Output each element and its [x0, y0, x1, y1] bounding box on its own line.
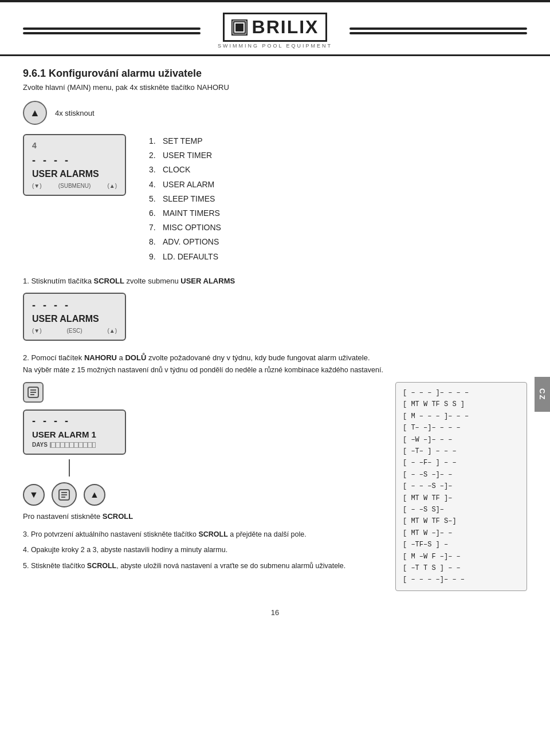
panel1-dashes: - - - - — [32, 155, 117, 167]
language-tab: CZ — [535, 377, 550, 412]
header-line-4 — [349, 32, 527, 34]
panel1-bottom-right: (▲) — [107, 183, 117, 189]
menu-item-9: 9.LD. DEFAULTS — [149, 250, 221, 264]
display-panel-2: - - - - USER ALARMS (▼) (ESC) (▲) — [23, 293, 126, 341]
day-row-13: [ –TF–S ] – — [403, 539, 520, 550]
steps-section: 3. Pro potvrzení aktuálního nastavení st… — [23, 529, 378, 572]
day-row-2: [ M – – – ]– – – — [403, 411, 520, 422]
menu-item-1: 1.SET TEMP — [149, 134, 221, 148]
section-title: 9.6.1 Konfigurování alarmu uživatele — [23, 68, 527, 80]
panel2-dashes: - - - - — [32, 300, 117, 312]
day-row-15: [ –T T S ] – – — [403, 562, 520, 574]
day-row-4: [ –W –]– – – — [403, 434, 520, 446]
day-row-9: [ MT W TF ]– — [403, 493, 520, 504]
header-lines-right — [349, 27, 527, 34]
panel2-menu-text: USER ALARMS — [32, 314, 117, 324]
day-row-7: [ – –S –]– – — [403, 469, 520, 481]
panel2-bottom-right: (▲) — [107, 328, 117, 334]
logo-box: BRILIX — [223, 13, 328, 42]
right-col: [ – – – ]– – – – [ MT W TF S S ] [ M – –… — [395, 382, 527, 591]
menu-item-4: 4.USER ALARM — [149, 178, 221, 192]
panel1-menu-text: USER ALARMS — [32, 169, 117, 179]
logo-subtitle: SWIMMING POOL EQUIPMENT — [218, 43, 332, 49]
day-row-5: [ –T– ] – – – — [403, 446, 520, 457]
logo: BRILIX SWIMMING POOL EQUIPMENT — [218, 13, 332, 49]
step5-text: 5. Stiskněte tlačítko SCROLL, abyste ulo… — [23, 560, 378, 572]
days-label: DAYS — [32, 442, 48, 448]
main-area: - - - - USER ALARM 1 DAYS ▼ — [23, 382, 527, 591]
day-row-10: [ – –S S]– — [403, 504, 520, 515]
scroll-center-button[interactable] — [52, 482, 77, 507]
panel2-bottom-left: (▼) — [32, 328, 42, 334]
days-dots — [50, 442, 96, 448]
alarm-sub: DAYS — [32, 442, 117, 448]
day-options-list: [ – – – ]– – – – [ MT W TF S S ] [ M – –… — [395, 382, 527, 591]
menu-item-8: 8.ADV. OPTIONS — [149, 235, 221, 249]
panel2-bottom-center: (ESC) — [66, 328, 82, 334]
panel1-bottom-center: (SUBMENU) — [58, 183, 91, 189]
day-row-1: [ MT W TF S S ] — [403, 399, 520, 410]
panel1-bottom-left: (▼) — [32, 183, 42, 189]
left-col: - - - - USER ALARM 1 DAYS ▼ — [23, 382, 378, 591]
menu-item-7: 7.MISC OPTIONS — [149, 220, 221, 235]
header-line-3 — [349, 27, 527, 30]
alarm-dashes: - - - - — [32, 415, 117, 427]
display-panel-1: 4 - - - - USER ALARMS (▼) (SUBMENU) (▲) — [23, 134, 126, 196]
page-header: BRILIX SWIMMING POOL EQUIPMENT — [0, 2, 550, 56]
menu-item-5: 5.SLEEP TIMES — [149, 192, 221, 206]
alarm-title: USER ALARM 1 — [32, 430, 117, 439]
day-row-11: [ MT W TF S–] — [403, 515, 520, 527]
step3-text: 3. Pro potvrzení aktuálního nastavení st… — [23, 529, 378, 541]
logo-icon — [231, 19, 247, 36]
display-panel-top: 4 — [32, 141, 117, 150]
up-arrow-button[interactable]: ▲ — [23, 101, 47, 125]
down-scroll-button[interactable]: ▼ — [23, 484, 45, 506]
day-row-14: [ M –W F –]– – — [403, 551, 520, 562]
panel-menu-row: 4 - - - - USER ALARMS (▼) (SUBMENU) (▲) … — [23, 134, 527, 264]
day-row-6: [ – –F– ] – – — [403, 457, 520, 468]
menu-item-6: 6.MAINT TIMERS — [149, 206, 221, 220]
menu-list: 1.SET TEMP 2.USER TIMER 3.CLOCK 4.USER A… — [149, 134, 221, 264]
step2-note: Na výběr máte z 15 možných nastavení dnů… — [23, 366, 383, 374]
page-number: 16 — [23, 608, 527, 617]
menu-item-3: 3.CLOCK — [149, 163, 221, 177]
scroll-buttons-row: ▼ ▲ — [23, 482, 378, 507]
header-line-2 — [23, 32, 201, 34]
svg-rect-1 — [235, 23, 243, 32]
alarm-panel: - - - - USER ALARM 1 DAYS — [23, 410, 126, 455]
day-row-3: [ T– –]– – – – — [403, 422, 520, 434]
panel1-number: 4 — [32, 141, 37, 150]
page-content: CZ 9.6.1 Konfigurování alarmu uživatele … — [0, 56, 550, 640]
panel2-bottom: (▼) (ESC) (▲) — [32, 328, 117, 334]
section-subtitle: Zvolte hlavní (MAIN) menu, pak 4x stiskn… — [23, 83, 527, 92]
day-row-16: [ – – – –]– – – — [403, 574, 520, 585]
logo-text: BRILIX — [252, 17, 319, 38]
up-scroll-button[interactable]: ▲ — [84, 484, 105, 506]
day-row-8: [ – – –S –]– — [403, 481, 520, 492]
panel1-bottom: (▼) (SUBMENU) (▲) — [32, 183, 117, 189]
scroll-icon — [23, 382, 44, 403]
step2-text: 2. Pomocí tlačítek NAHORU a DOLŮ zvolte … — [23, 352, 527, 376]
step4-text: 4. Opakujte kroky 2 a 3, abyste nastavil… — [23, 544, 378, 556]
day-row-12: [ MT W –]– – — [403, 527, 520, 539]
press-label: 4x stisknout — [55, 109, 95, 117]
scroll-instruction: Pro nastavení stiskněte SCROLL — [23, 512, 378, 521]
header-lines-left — [23, 27, 201, 34]
step1-text: 1. Stisknutím tlačítka SCROLL zvolte sub… — [23, 275, 527, 288]
header-line-1 — [23, 27, 201, 30]
menu-item-2: 2.USER TIMER — [149, 148, 221, 163]
day-row-0: [ – – – ]– – – – — [403, 387, 520, 399]
